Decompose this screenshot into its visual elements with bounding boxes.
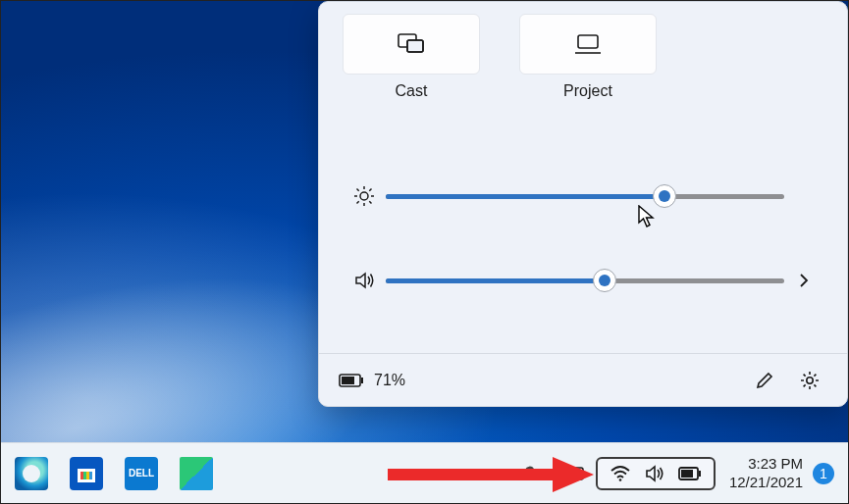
volume-icon	[353, 270, 375, 291]
svg-point-5	[360, 192, 368, 200]
svg-line-11	[369, 201, 371, 203]
battery-text: 71%	[374, 372, 405, 389]
panel-footer: 71%	[319, 353, 847, 406]
svg-rect-27	[699, 471, 701, 477]
battery-tray-icon	[678, 466, 702, 481]
callout-arrow	[388, 464, 602, 485]
settings-button[interactable]	[792, 363, 827, 398]
svg-rect-1	[407, 40, 423, 52]
brightness-icon	[353, 185, 375, 207]
quick-settings-panel: Cast Project 70	[318, 1, 848, 407]
project-tile[interactable]	[519, 14, 657, 75]
cast-tile[interactable]	[343, 14, 480, 75]
taskbar-app-ms-store[interactable]	[70, 457, 103, 490]
taskbar-app-dell[interactable]: DELL	[125, 457, 158, 490]
battery-icon	[339, 373, 364, 388]
volume-slider-thumb[interactable]	[593, 269, 616, 292]
speaker-icon	[645, 465, 664, 482]
project-icon	[574, 33, 602, 55]
brightness-row	[319, 184, 847, 208]
svg-point-17	[807, 377, 813, 382]
svg-rect-26	[681, 470, 693, 478]
cast-label: Cast	[343, 82, 480, 100]
taskbar-app-cube[interactable]	[180, 457, 213, 490]
volume-row	[319, 269, 847, 292]
taskbar-clock[interactable]: 3:23 PM 12/21/2021	[729, 455, 803, 492]
svg-line-10	[357, 189, 359, 191]
edit-quick-settings-button[interactable]	[747, 363, 782, 398]
svg-line-13	[369, 189, 371, 191]
clock-time: 3:23 PM	[729, 455, 803, 474]
pencil-icon	[755, 371, 774, 390]
svg-rect-15	[342, 377, 354, 384]
cast-icon	[398, 33, 425, 55]
clock-date: 12/21/2021	[729, 474, 803, 492]
wifi-icon	[610, 465, 631, 482]
svg-rect-16	[361, 378, 363, 383]
svg-point-24	[619, 479, 622, 481]
svg-rect-3	[578, 35, 598, 48]
notification-count: 1	[820, 466, 827, 481]
system-tray-cluster[interactable]	[596, 457, 716, 490]
volume-expand-chevron-icon[interactable]	[797, 272, 811, 289]
volume-slider[interactable]	[386, 269, 784, 292]
mouse-cursor-icon	[638, 205, 656, 228]
taskbar-app-edge[interactable]	[15, 457, 48, 490]
brightness-slider-thumb[interactable]	[653, 184, 676, 208]
brightness-slider[interactable]	[386, 184, 784, 208]
project-label: Project	[519, 82, 657, 100]
svg-line-12	[357, 201, 359, 203]
gear-icon	[799, 370, 821, 391]
notification-badge[interactable]: 1	[813, 463, 834, 484]
